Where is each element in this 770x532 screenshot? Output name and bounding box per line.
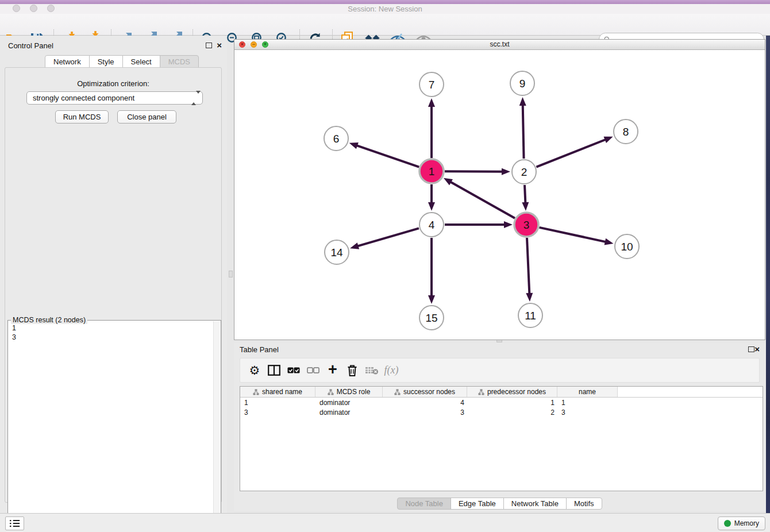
graph-node-2[interactable]: 2 [512,160,536,184]
table-cell[interactable]: 3 [557,407,618,417]
graph-node-9[interactable]: 9 [510,71,534,95]
svg-text:4: 4 [429,219,435,231]
column-header-predecessor-nodes[interactable]: predecessor nodes [467,387,557,397]
table-row[interactable]: 1dominator411 [240,398,763,407]
table-cell[interactable]: 1 [240,398,315,407]
splitter-grip-vertical[interactable] [229,271,233,277]
tab-edge-table[interactable]: Edge Table [451,498,504,510]
deselect-all-icon[interactable] [303,362,323,379]
table-toolbar: f(x) [240,358,760,383]
delete-table-icon[interactable] [362,362,382,379]
add-column-icon[interactable] [323,362,342,379]
float-table-panel-icon[interactable] [748,346,754,352]
graph-edge-1-4[interactable] [428,184,435,211]
sort-tree-icon [478,389,484,395]
graph-edge-4-14[interactable] [350,228,419,249]
close-panel-button[interactable]: Close panel [117,110,176,124]
optimization-criterion-dropdown[interactable]: strongly connected component [26,91,203,105]
column-header-label: shared name [262,388,302,396]
control-panel-title: Control Panel [8,41,53,50]
table-settings-icon[interactable] [245,362,264,379]
svg-text:3: 3 [523,219,530,231]
graph-node-15[interactable]: 15 [419,306,444,330]
column-header-label: predecessor nodes [487,388,546,396]
tab-motifs[interactable]: Motifs [566,498,602,510]
tab-node-table[interactable]: Node Table [397,498,451,510]
graph-node-7[interactable]: 7 [419,72,444,97]
select-all-icon[interactable] [284,362,303,379]
graph-node-10[interactable]: 10 [615,234,639,259]
table-cell[interactable]: 1 [557,398,618,407]
graph-edge-3-10[interactable] [539,228,613,245]
status-bar: Memory [0,513,770,532]
close-panel-icon[interactable] [217,43,222,48]
close-table-panel-icon[interactable] [754,346,760,352]
show-columns-icon[interactable] [264,362,284,379]
dropdown-spinner-icon [191,94,198,103]
graph-edge-1-6[interactable] [349,142,419,167]
close-window-icon[interactable] [13,5,20,12]
float-panel-icon[interactable] [206,43,212,48]
column-header-label: MCDS role [337,388,371,396]
table-cell[interactable]: 2 [467,407,557,417]
column-header-shared-name[interactable]: shared name [240,387,315,397]
table-panel-tabs: Node TableEdge TableNetwork TableMotifs [234,498,765,510]
task-history-button[interactable] [5,516,24,530]
delete-column-icon[interactable] [342,362,362,379]
graph-edge-1-7[interactable] [428,98,435,158]
run-mcds-button[interactable]: Run MCDS [55,110,109,124]
mcds-tab-content: Optimization criterion: strongly connect… [5,67,222,503]
table-row[interactable]: 3dominator323 [240,407,763,417]
table-body: 1dominator4113dominator323 [240,398,763,417]
graph-edge-2-3[interactable] [522,185,529,211]
table-header-row: shared nameMCDS rolesuccessor nodesprede… [240,387,763,398]
result-scrollbar[interactable] [213,321,220,532]
column-header-successor-nodes[interactable]: successor nodes [383,387,467,397]
graph-edge-2-9[interactable] [519,97,526,159]
graph-edge-4-15[interactable] [428,238,435,304]
network-window-titlebar[interactable]: scc.txt [234,40,765,50]
graph-edge-1-2[interactable] [445,168,510,175]
tab-select[interactable]: Select [122,55,160,68]
sort-tree-icon [394,389,401,395]
sort-tree-icon [253,389,259,395]
table-cell[interactable]: 1 [467,398,557,407]
tab-mcds[interactable]: MCDS [160,55,199,68]
maximize-window-icon[interactable] [47,5,55,12]
graph-edge-2-8[interactable] [536,137,613,167]
graph-edge-4-3[interactable] [445,221,513,228]
graph-node-8[interactable]: 8 [614,119,638,144]
graph-node-6[interactable]: 6 [324,126,348,151]
graph-node-4[interactable]: 4 [419,213,444,237]
column-header-MCDS-role[interactable]: MCDS role [315,387,383,397]
table-panel: Table Panel f(x) shared nameMCDS rolesuc… [234,343,765,511]
mcds-result-text[interactable]: 13 [12,323,16,342]
tab-network-table[interactable]: Network Table [503,498,567,510]
tab-style[interactable]: Style [89,55,123,68]
column-header-name[interactable]: name [557,387,618,397]
table-cell[interactable]: 4 [383,398,467,407]
result-line: 1 [12,323,16,333]
graph-node-1[interactable]: 1 [419,159,444,183]
memory-button[interactable]: Memory [718,516,765,530]
table-cell[interactable]: dominator [315,407,383,417]
optimization-criterion-label: Optimization criterion: [5,79,221,88]
table-panel-title: Table Panel [240,345,279,354]
network-view-window: scc.txt 1234678910111415 [234,39,765,340]
table-cell[interactable]: dominator [315,398,383,407]
table-cell[interactable]: 3 [240,407,315,417]
network-canvas[interactable]: 1234678910111415 [234,50,765,340]
control-panel-tabs: NetworkStyleSelectMCDS [45,55,199,68]
dropdown-value: strongly connected component [33,94,134,102]
tab-network[interactable]: Network [45,55,90,68]
graph-edge-3-1[interactable] [444,178,515,218]
graph-node-11[interactable]: 11 [518,303,542,327]
function-builder-icon[interactable]: f(x) [382,362,401,379]
mcds-result-title: MCDS result (2 nodes) [11,316,87,324]
graph-node-3[interactable]: 3 [514,213,538,237]
graph-node-14[interactable]: 14 [325,240,349,264]
table-cell[interactable]: 3 [383,407,467,417]
graph-edge-3-11[interactable] [526,238,533,302]
minimize-window-icon[interactable] [30,5,37,12]
main-toolbar [0,14,770,36]
